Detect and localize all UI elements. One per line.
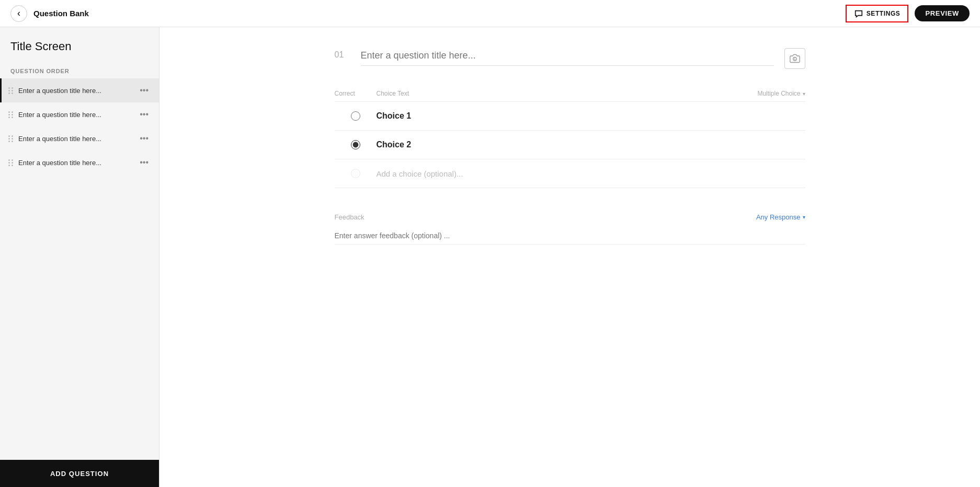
question-title-input[interactable] [361,48,774,66]
chat-icon [854,9,863,18]
col-type-label: Multiple Choice [757,90,800,97]
feedback-input[interactable] [335,227,805,245]
settings-button[interactable]: SETTINGS [846,5,909,22]
add-question-label: ADD QUESTION [50,470,109,478]
col-header-choice-text: Choice Text [377,90,758,97]
back-icon: ‹ [17,8,20,19]
sidebar: Title Screen QUESTION ORDER Enter a ques… [0,27,159,487]
app-header: ‹ Question Bank SETTINGS PREVIEW [0,0,980,27]
settings-label: SETTINGS [867,10,901,17]
sidebar-item-4[interactable]: Enter a question title here... ••• [0,150,159,175]
sidebar-section-label: QUESTION ORDER [0,62,159,78]
drag-handle-2 [8,111,13,118]
drag-handle-3 [8,135,13,142]
any-response-dropdown[interactable]: Any Response ▾ [756,213,805,221]
choice-text-1[interactable]: Choice 1 [377,111,805,121]
question-header: 01 + [335,48,805,69]
sidebar-top: Title Screen [0,27,159,62]
back-button[interactable]: ‹ [10,5,27,22]
sidebar-item-text-1: Enter a question title here... [18,87,132,95]
col-type-dropdown[interactable]: Multiple Choice ▾ [757,90,805,97]
feedback-header: Feedback Any Response ▾ [335,213,805,221]
question-number: 01 [335,50,350,60]
choice-radio-input-add[interactable] [351,169,360,178]
add-question-bar[interactable]: ADD QUESTION [0,460,159,487]
choice-radio-2[interactable] [335,140,377,149]
col-header-correct: Correct [335,90,377,97]
page-title: Question Bank [33,9,89,18]
header-left: ‹ Question Bank [10,5,89,22]
sidebar-item-text-2: Enter a question title here... [18,111,132,119]
sidebar-item-1[interactable]: Enter a question title here... ••• [0,78,159,102]
sidebar-item-3[interactable]: Enter a question title here... ••• [0,126,159,150]
more-button-4[interactable]: ••• [138,157,151,168]
drag-handle-4 [8,159,13,166]
choice-radio-input-1[interactable] [351,111,360,121]
sidebar-item-text-3: Enter a question title here... [18,135,132,143]
choice-radio-input-2[interactable] [351,140,360,149]
add-choice-placeholder[interactable]: Add a choice (optional)... [377,169,805,178]
more-button-3[interactable]: ••• [138,133,151,144]
more-button-1[interactable]: ••• [138,85,151,96]
choice-row-add: Add a choice (optional)... [335,159,805,188]
choice-text-2[interactable]: Choice 2 [377,140,805,149]
preview-button[interactable]: PREVIEW [915,5,970,21]
choice-radio-add [335,169,377,178]
feedback-section: Feedback Any Response ▾ [335,205,805,253]
drag-handle-1 [8,87,13,94]
preview-label: PREVIEW [925,9,959,17]
sidebar-items: Enter a question title here... ••• Enter… [0,78,159,460]
choices-header: Correct Choice Text Multiple Choice ▾ [335,86,805,102]
any-response-chevron-icon: ▾ [803,214,805,220]
choice-radio-1[interactable] [335,111,377,121]
sidebar-item-2[interactable]: Enter a question title here... ••• [0,102,159,126]
add-image-button[interactable]: + [784,48,805,69]
content-area: 01 + Correct Choice Text Mul [159,27,980,487]
chevron-down-icon: ▾ [803,91,805,97]
choice-row-1: Choice 1 [335,102,805,131]
choice-row-2: Choice 2 [335,131,805,159]
feedback-label: Feedback [335,213,364,221]
any-response-label: Any Response [756,213,801,221]
header-right: SETTINGS PREVIEW [846,5,970,22]
main-layout: Title Screen QUESTION ORDER Enter a ques… [0,27,980,487]
choices-table: Correct Choice Text Multiple Choice ▾ Ch… [335,86,805,188]
question-editor: 01 + Correct Choice Text Mul [335,48,805,253]
sidebar-title: Title Screen [10,40,72,53]
sidebar-item-text-4: Enter a question title here... [18,159,132,167]
more-button-2[interactable]: ••• [138,109,151,120]
